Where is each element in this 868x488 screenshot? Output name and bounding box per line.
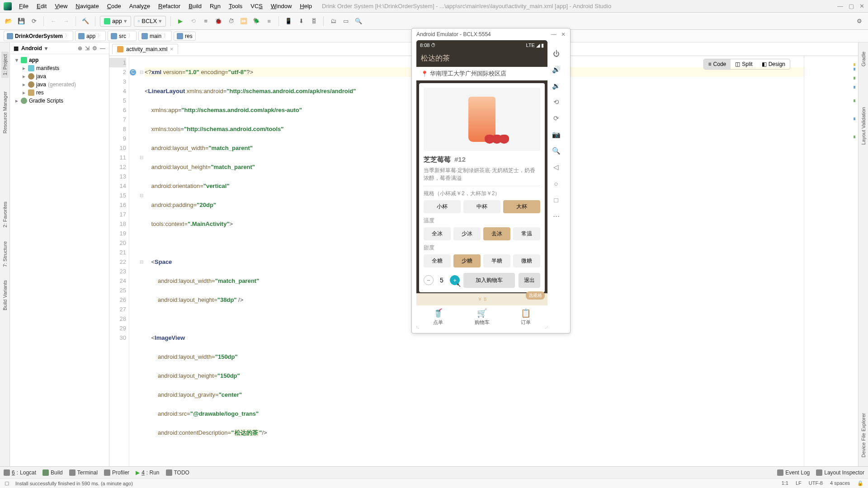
coverage-icon[interactable]: ≡	[201, 16, 211, 26]
run-icon[interactable]: ▶	[175, 16, 185, 26]
emu-power-icon[interactable]: ⏻	[551, 48, 561, 58]
profile-icon[interactable]: ⏱	[226, 16, 236, 26]
rail-favorites[interactable]: 2: Favorites	[2, 202, 8, 227]
component-icon[interactable]: C	[130, 69, 136, 75]
rail-resource-manager[interactable]: Resource Manager	[2, 91, 8, 134]
rail-layout-validation[interactable]: Layout Validation	[861, 107, 866, 145]
crumb-src[interactable]: src〉	[108, 31, 137, 41]
window-close-icon[interactable]: ✕	[859, 3, 864, 9]
crumb-main[interactable]: main〉	[138, 31, 172, 41]
crumb-app[interactable]: app〉	[75, 31, 106, 41]
caret-position[interactable]: 1:1	[782, 480, 788, 486]
project-target-icon[interactable]: ⊕	[78, 45, 82, 52]
qty-plus-button[interactable]: +↖	[450, 275, 460, 285]
menu-window[interactable]: Window	[267, 2, 295, 10]
project-structure-icon[interactable]: 🗂	[328, 16, 338, 26]
menu-analyze[interactable]: Analyze	[126, 2, 154, 10]
sdk-manager-icon[interactable]: ⬇	[296, 16, 306, 26]
rail-build-variants[interactable]: Build Variants	[2, 280, 8, 310]
rail-gradle[interactable]: Gradle	[861, 52, 866, 66]
tool-todo[interactable]: TODO	[166, 469, 189, 476]
temp-full-ice[interactable]: 全冰	[424, 227, 451, 240]
tool-build[interactable]: Build	[42, 469, 63, 476]
tree-manifests[interactable]: ▸manifests	[10, 64, 109, 72]
ide-settings-icon[interactable]: ⚙	[854, 16, 864, 26]
view-split[interactable]: ◫ Split	[731, 59, 757, 69]
minimap[interactable]	[804, 56, 858, 466]
emu-minimize-icon[interactable]: —	[551, 31, 557, 38]
menu-code[interactable]: Code	[104, 2, 125, 10]
view-design[interactable]: ◧ Design	[757, 59, 790, 69]
size-large[interactable]: 大杯	[503, 200, 540, 213]
tool-terminal[interactable]: Terminal	[69, 469, 98, 476]
build-hammer-icon[interactable]: 🔨	[80, 16, 90, 26]
tree-app[interactable]: ▾app	[10, 56, 109, 64]
menu-vcs[interactable]: VCS	[247, 2, 266, 10]
device-selector[interactable]: ▫BCLX▾	[134, 16, 166, 27]
attach-icon[interactable]: ⏩	[239, 16, 249, 26]
location-bar[interactable]: 📍华南理工大学广州国际校区店	[416, 67, 547, 80]
sweet-full[interactable]: 全糖	[424, 254, 451, 267]
emu-overview-icon[interactable]: □	[551, 195, 561, 205]
size-small[interactable]: 小杯	[424, 200, 461, 213]
tree-gradle-scripts[interactable]: ▸Gradle Scripts	[10, 97, 109, 105]
tree-res[interactable]: ▸res	[10, 89, 109, 97]
nav-order[interactable]: 🥤点单	[416, 305, 460, 328]
emu-zoom-icon[interactable]: 🔍	[551, 146, 561, 156]
qty-minus-button[interactable]: −	[424, 275, 434, 285]
tab-activity-main[interactable]: activity_main.xml ×	[112, 44, 178, 54]
indent-setting[interactable]: 4 spaces	[830, 480, 850, 486]
sweet-micro[interactable]: 微糖	[513, 254, 540, 267]
emu-rotate-left-icon[interactable]: ⟲	[551, 97, 561, 107]
temp-no-ice[interactable]: 去冰	[483, 227, 510, 240]
nav-cart[interactable]: 🛒购物车	[460, 305, 504, 328]
emu-back-icon[interactable]: ◁	[551, 162, 561, 172]
emu-screenshot-icon[interactable]: 📷	[551, 130, 561, 140]
avd-manager-icon[interactable]: 📱	[283, 16, 293, 26]
project-collapse-icon[interactable]: —	[100, 45, 105, 52]
sweet-half[interactable]: 半糖	[483, 254, 510, 267]
view-code[interactable]: ≡ Code	[704, 59, 731, 69]
file-encoding[interactable]: UTF-8	[809, 480, 823, 486]
spec-peek-badge[interactable]: 选规格	[526, 291, 545, 300]
rail-device-explorer[interactable]: Device File Explorer	[861, 413, 866, 457]
debug-icon[interactable]: 🐞	[213, 16, 223, 26]
line-ending[interactable]: LF	[796, 480, 802, 486]
open-icon[interactable]: 📂	[4, 16, 14, 26]
status-box-icon[interactable]: ▢	[5, 480, 9, 486]
menu-refactor[interactable]: Refactor	[155, 2, 184, 10]
emu-close-icon[interactable]: ✕	[561, 31, 566, 38]
add-to-cart-button[interactable]: 加入购物车	[463, 273, 515, 288]
temp-room[interactable]: 常温	[513, 227, 540, 240]
resource-manager-icon[interactable]: 🎛	[309, 16, 319, 26]
close-tab-icon[interactable]: ×	[170, 46, 173, 52]
module-selector[interactable]: app▾	[100, 16, 131, 27]
menu-build[interactable]: Build	[185, 2, 205, 10]
emu-rotate-right-icon[interactable]: ⟳	[551, 113, 561, 123]
stop-icon[interactable]: ■	[264, 16, 274, 26]
menu-navigate[interactable]: Navigate	[72, 2, 102, 10]
menu-view[interactable]: View	[51, 2, 71, 10]
emu-more-icon[interactable]: ⋯	[551, 211, 561, 221]
tree-java-gen[interactable]: ▸java (generated)	[10, 80, 109, 89]
rail-project[interactable]: 1: Project	[1, 52, 9, 78]
temp-less-ice[interactable]: 少冰	[453, 227, 481, 240]
tool-event-log[interactable]: Event Log	[777, 469, 810, 476]
menu-file[interactable]: File	[15, 2, 32, 10]
emu-home-icon[interactable]: ○	[551, 178, 561, 188]
nav-orders[interactable]: 📋订单	[504, 305, 547, 328]
tool-run[interactable]: ▶ 4: Run	[136, 469, 159, 476]
menu-run[interactable]: Run	[206, 2, 224, 10]
tree-java[interactable]: ▸java	[10, 72, 109, 80]
sweet-less[interactable]: 少糖	[453, 254, 481, 267]
tool-layout-inspector[interactable]: Layout Inspector	[816, 469, 864, 476]
back-icon[interactable]: ←	[48, 16, 58, 26]
menu-help[interactable]: Help	[296, 2, 316, 10]
search-everywhere-icon[interactable]: 🔍	[354, 16, 363, 26]
crumb-res[interactable]: res	[174, 32, 196, 41]
project-filter-icon[interactable]: ⇲	[85, 45, 90, 52]
tool-profiler[interactable]: Profiler	[104, 469, 129, 476]
emu-volume-down-icon[interactable]: 🔉	[551, 81, 561, 91]
exit-button[interactable]: 退出	[519, 273, 540, 288]
size-medium[interactable]: 中杯	[463, 200, 500, 213]
